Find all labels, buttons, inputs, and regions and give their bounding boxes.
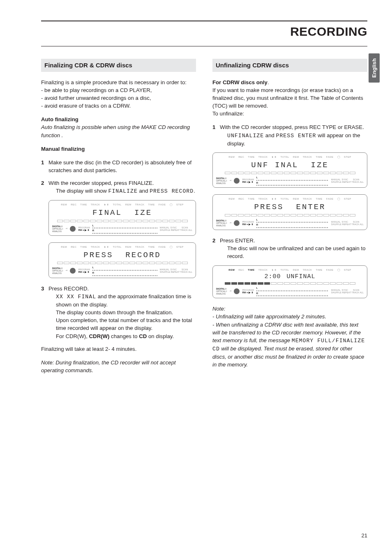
intro-block: Finalizing is a simple procedure that is… bbox=[41, 78, 196, 110]
lcd-main-text: ENTER bbox=[296, 202, 326, 213]
disp-lbl: REC bbox=[71, 245, 76, 249]
disp-lbl: STEP bbox=[344, 197, 351, 201]
step2-prefix: The display will show bbox=[56, 188, 108, 194]
disp-lbl: TRACK bbox=[258, 155, 268, 159]
disp-lbl: RW ● ▶ ⏸ bbox=[242, 223, 254, 226]
disp-lbl: TOTAL bbox=[281, 268, 289, 272]
right-para1: If you want to make more recordings (or … bbox=[212, 87, 363, 109]
note2: - When unfinalizing a CDRW disc with tex… bbox=[212, 321, 367, 369]
rstep1-mid: and bbox=[264, 132, 276, 138]
disp-lbl: TOTAL bbox=[281, 197, 289, 201]
left-note: Note: During finalization, the CD record… bbox=[41, 359, 196, 374]
bullet-2: - avoid further unwanted recordings on a… bbox=[41, 94, 196, 102]
disp-lbl: REM bbox=[293, 197, 299, 201]
disp-lbl: TRACK bbox=[91, 203, 100, 207]
disp-lbl: FADE bbox=[326, 197, 334, 201]
step3-line1: XX XX FINAL and the approximate finaliza… bbox=[56, 292, 196, 309]
disp-lbl: REM bbox=[228, 268, 235, 272]
disp-lbl: TRACK bbox=[303, 155, 312, 159]
disp-lbl: REM bbox=[125, 203, 131, 207]
lcd-main-text: IZE bbox=[311, 160, 329, 171]
disp-lbl: STEP bbox=[344, 155, 351, 159]
disp-lbl: ⏵⏸ bbox=[272, 268, 277, 272]
rstep1-a: With the CD recorder stopped, press REC … bbox=[220, 123, 367, 131]
lcd-main-text: UNFINAL bbox=[287, 272, 316, 281]
lcd-text: PRESS RECORD bbox=[150, 188, 194, 194]
left-step-2: 2 With the recorder stopped, press FINAL… bbox=[41, 179, 196, 195]
auto-text: Auto finalizing is possible when using t… bbox=[41, 123, 196, 139]
step3-a: Press RECORD. bbox=[48, 285, 196, 292]
disp-lbl: TIME bbox=[80, 245, 87, 249]
disp-lbl: TRACK bbox=[303, 268, 312, 272]
arrow-icon: ⇥ bbox=[229, 221, 231, 225]
disp-lbl: FADE bbox=[159, 245, 166, 249]
page-number: 21 bbox=[362, 532, 367, 539]
disp-lbl: ◯ bbox=[170, 245, 173, 249]
step3-e-suffix: on display. bbox=[147, 333, 174, 339]
disp-lbl: STEP bbox=[176, 245, 184, 249]
page-title: RECORDING bbox=[41, 25, 367, 39]
disp-lbl: REC bbox=[238, 197, 244, 201]
lcd-text: PRESS ENTER bbox=[276, 133, 316, 139]
step2-mid: and bbox=[138, 188, 150, 194]
lcd-text: XX XX FINAL bbox=[56, 294, 96, 300]
disp-lbl: TIME bbox=[148, 203, 155, 207]
step-number: 2 bbox=[212, 237, 217, 260]
note-head: Note: bbox=[212, 305, 367, 313]
lcd-main-text: 2:00 bbox=[264, 272, 281, 281]
disp-lbl: TOTAL bbox=[113, 245, 122, 249]
disp-lbl: TRACK bbox=[135, 245, 145, 249]
lcd-main-text: FINAL bbox=[92, 207, 122, 219]
disp-lbl: TRACK bbox=[258, 268, 268, 272]
note1: - Unfinalizing will take approximately 2… bbox=[212, 313, 367, 320]
disp-lbl: ⏵⏸ bbox=[272, 155, 277, 159]
lcd-display-finalize: REMRECTIMETRACK⏵⏸TOTALREMTRACKTIMEFADE◯S… bbox=[48, 200, 196, 236]
right-intro: For CDRW discs only. If you want to make… bbox=[212, 78, 367, 118]
disp-lbl: REM bbox=[293, 155, 299, 159]
rstep1-b: UNFINALIZE and PRESS ENTER will appear o… bbox=[227, 131, 367, 147]
lcd-display-press-record: REMRECTIMETRACK⏵⏸TOTALREMTRACKTIMEFADE◯S… bbox=[48, 242, 196, 278]
disp-lbl: RW ● ▶ ⏸ bbox=[78, 271, 90, 273]
disp-lbl: REM bbox=[61, 203, 67, 207]
disc-icon bbox=[70, 226, 76, 232]
right-column: Unfinalizing CDRW discs For CDRW discs o… bbox=[212, 59, 367, 380]
step-number: 1 bbox=[212, 123, 217, 147]
disp-lbl: MANUAL SYNC SCAN SHUFFLE REPEAT TRACK AL… bbox=[160, 268, 192, 273]
disp-lbl: REC bbox=[71, 203, 76, 207]
disp-lbl: REM bbox=[228, 155, 235, 159]
step-number: 1 bbox=[41, 159, 46, 174]
disp-lbl: REC bbox=[238, 155, 244, 159]
rstep2-b: The disc will now be unfinalized and can… bbox=[227, 244, 367, 260]
disp-lbl: TIME bbox=[80, 203, 87, 207]
disc-icon bbox=[234, 220, 240, 226]
right-step-1: 1 With the CD recorder stopped, press RE… bbox=[212, 123, 367, 147]
arrow-icon: ⇥ bbox=[229, 290, 231, 293]
sub-heading: For CDRW discs only bbox=[212, 79, 267, 85]
disp-lbl: REC bbox=[238, 268, 244, 272]
step2-suffix: . bbox=[194, 188, 195, 194]
lcd-text: FINALIZE bbox=[108, 188, 138, 194]
disp-lbl: MANUAL SYNC SCAN SHUFFLE REPEAT TRACK AL… bbox=[331, 289, 364, 294]
disc-icon bbox=[234, 178, 240, 184]
lcd-main-text: PRESS bbox=[83, 250, 113, 261]
disp-lbl: STEP bbox=[176, 203, 184, 207]
disp-lbl: TRACK bbox=[303, 197, 312, 201]
auto-heading: Auto finalizing bbox=[41, 115, 196, 123]
disp-lbl: TRACK bbox=[91, 245, 100, 249]
intro-text: Finalizing is a simple procedure that is… bbox=[41, 78, 196, 86]
step3-e-prefix: For CDR(W), bbox=[56, 333, 89, 339]
mid-rule bbox=[41, 46, 367, 46]
disp-lbl: ◯ bbox=[337, 155, 341, 159]
disp-lbl: RW ● ▶ ⏸ bbox=[242, 291, 254, 294]
disp-lbl: REM bbox=[125, 245, 131, 249]
left-step-3: 3 Press RECORD. XX XX FINAL and the appr… bbox=[41, 285, 196, 340]
right-note-block: Note: - Unfinalizing will take approxima… bbox=[212, 305, 367, 368]
disp-lbl: FADE bbox=[326, 268, 334, 272]
step3-e-bold2: CD bbox=[139, 333, 147, 339]
disp-lbl: MANUAL SYNC SCAN SHUFFLE REPEAT TRACK AL… bbox=[331, 178, 364, 183]
step3-c: The display counts down through the fina… bbox=[56, 309, 196, 316]
disp-lbl: TOTAL bbox=[113, 203, 122, 207]
section-heading-left: Finalizing CDR & CDRW discs bbox=[41, 59, 196, 72]
auto-finalizing-block: Auto finalizing Auto finalizing is possi… bbox=[41, 115, 196, 139]
disp-lbl: ⏵⏸ bbox=[104, 245, 109, 249]
